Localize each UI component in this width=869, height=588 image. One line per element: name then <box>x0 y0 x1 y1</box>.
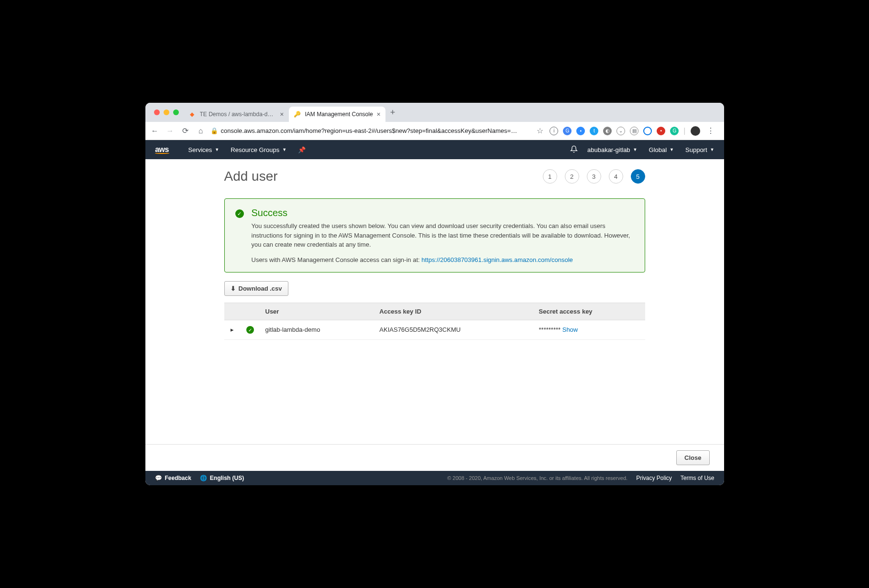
divider: | <box>683 127 685 135</box>
aws-favicon-icon: 🔑 <box>294 110 301 118</box>
account-label: abubakar-gitlab <box>587 146 630 153</box>
bookmark-star-icon[interactable]: ☆ <box>534 126 546 135</box>
forward-button[interactable]: → <box>165 127 176 135</box>
caret-down-icon: ▼ <box>282 147 286 152</box>
globe-icon: 🌐 <box>200 475 207 481</box>
maximize-window-button[interactable] <box>173 109 179 115</box>
language-selector[interactable]: 🌐 English (US) <box>200 475 244 481</box>
caret-down-icon: ▼ <box>215 147 219 152</box>
expand-col-header <box>224 303 241 320</box>
close-button[interactable]: Close <box>676 450 709 465</box>
step-3[interactable]: 3 <box>587 169 601 184</box>
browser-tab-gitlab[interactable]: ◆ TE Demos / aws-lambda-demo × <box>184 107 289 122</box>
minimize-window-button[interactable] <box>164 109 169 115</box>
step-5: 5 <box>631 169 645 184</box>
download-csv-button[interactable]: ⬇ Download .csv <box>224 281 288 296</box>
url-text: console.aws.amazon.com/iam/home?region=u… <box>221 127 517 134</box>
feedback-label: Feedback <box>165 475 191 481</box>
lock-icon: 🔒 <box>210 127 218 134</box>
page-header: Add user 1 2 3 4 5 <box>224 169 645 184</box>
caret-down-icon: ▼ <box>633 147 638 152</box>
step-4[interactable]: 4 <box>609 169 623 184</box>
profile-avatar[interactable] <box>691 126 700 136</box>
pocket-ext-icon[interactable]: ⌄ <box>616 127 625 135</box>
url-field[interactable]: 🔒 console.aws.amazon.com/iam/home?region… <box>210 127 531 134</box>
reader-ext-icon[interactable]: ▤ <box>630 127 638 135</box>
caret-down-icon: ▼ <box>710 147 715 152</box>
main-content: Add user 1 2 3 4 5 ✓ Success You success… <box>145 159 724 444</box>
back-button[interactable]: ← <box>149 127 161 135</box>
aws-logo[interactable]: aws <box>155 146 169 154</box>
new-tab-button[interactable]: + <box>385 108 400 118</box>
region-label: Global <box>649 146 667 153</box>
language-label: English (US) <box>210 475 244 481</box>
success-check-icon: ✓ <box>235 209 244 218</box>
feedback-link[interactable]: 💬 Feedback <box>155 475 191 481</box>
region-menu[interactable]: Global ▼ <box>649 146 674 153</box>
zoom-ext-icon[interactable]: ▪ <box>576 127 585 135</box>
twitter-ext-icon[interactable]: t <box>590 127 598 135</box>
copyright-text: © 2008 - 2020, Amazon Web Services, Inc.… <box>447 475 627 481</box>
access-key-cell: AKIAS76G5D5M2RQ3CKMU <box>374 320 533 340</box>
success-status-icon: ✓ <box>246 326 254 334</box>
close-tab-icon[interactable]: × <box>377 111 381 118</box>
status-cell: ✓ <box>241 320 260 340</box>
page-title: Add user <box>224 169 278 184</box>
secret-cell: ********* Show <box>533 320 645 340</box>
account-menu[interactable]: abubakar-gitlab ▼ <box>587 146 638 153</box>
aws-footer: 💬 Feedback 🌐 English (US) © 2008 - 2020,… <box>145 471 724 485</box>
tab-title: IAM Management Console <box>305 111 373 118</box>
user-col-header: User <box>260 303 374 320</box>
grammarly-ext-icon[interactable]: G <box>670 127 679 135</box>
close-window-button[interactable] <box>154 109 160 115</box>
table-row: ▸ ✓ gitlab-lambda-demo AKIAS76G5D5M2RQ3C… <box>224 320 645 340</box>
resource-groups-menu[interactable]: Resource Groups ▼ <box>231 146 286 153</box>
show-secret-link[interactable]: Show <box>562 326 578 333</box>
download-label: Download .csv <box>239 285 282 292</box>
aws-smile-icon <box>155 152 169 154</box>
expand-row-button[interactable]: ▸ <box>224 320 241 340</box>
terms-of-use-link[interactable]: Terms of Use <box>681 475 715 481</box>
wizard-steps: 1 2 3 4 5 <box>543 169 645 184</box>
status-col-header <box>241 303 260 320</box>
caret-down-icon: ▼ <box>670 147 674 152</box>
signin-text: Users with AWS Management Console access… <box>252 256 422 263</box>
notifications-icon[interactable] <box>570 145 578 154</box>
translate-ext-icon[interactable]: G <box>563 127 572 135</box>
download-icon: ⬇ <box>231 285 236 292</box>
privacy-policy-link[interactable]: Privacy Policy <box>636 475 672 481</box>
close-tab-icon[interactable]: × <box>280 111 284 118</box>
users-table: User Access key ID Secret access key ▸ ✓… <box>224 303 645 340</box>
pin-icon[interactable]: 📌 <box>298 146 306 153</box>
reload-button[interactable]: ⟳ <box>180 126 191 135</box>
resource-groups-label: Resource Groups <box>231 146 279 153</box>
speech-bubble-icon: 💬 <box>155 475 162 481</box>
browser-window: ◆ TE Demos / aws-lambda-demo × 🔑 IAM Man… <box>145 103 724 485</box>
services-label: Services <box>188 146 212 153</box>
tab-title: TE Demos / aws-lambda-demo <box>200 111 276 118</box>
support-label: Support <box>685 146 707 153</box>
browser-menu-icon[interactable]: ⋮ <box>705 126 716 135</box>
tab-bar: ◆ TE Demos / aws-lambda-demo × 🔑 IAM Man… <box>145 103 724 122</box>
ext-icon-red[interactable]: • <box>657 127 665 135</box>
extension-icons: i G ▪ t ◐ ⌄ ▤ • G | ⋮ <box>550 126 720 136</box>
ext-icon-blue-ring[interactable] <box>643 127 652 135</box>
success-message: You successfully created the users shown… <box>252 221 634 250</box>
user-cell: gitlab-lambda-demo <box>260 320 374 340</box>
action-bar: Close <box>145 444 724 471</box>
browser-tab-iam[interactable]: 🔑 IAM Management Console × <box>289 107 385 122</box>
address-bar: ← → ⟳ ⌂ 🔒 console.aws.amazon.com/iam/hom… <box>145 122 724 140</box>
home-button[interactable]: ⌂ <box>195 127 207 135</box>
support-menu[interactable]: Support ▼ <box>685 146 714 153</box>
step-1[interactable]: 1 <box>543 169 557 184</box>
aws-nav-bar: aws Services ▼ Resource Groups ▼ 📌 abuba… <box>145 140 724 159</box>
access-key-col-header: Access key ID <box>374 303 533 320</box>
step-2[interactable]: 2 <box>565 169 579 184</box>
ext-icon-grey[interactable]: ◐ <box>603 127 612 135</box>
secret-masked: ********* <box>539 326 561 333</box>
site-info-icon[interactable]: i <box>550 127 558 135</box>
signin-url-link[interactable]: https://206038703961.signin.aws.amazon.c… <box>421 256 573 263</box>
services-menu[interactable]: Services ▼ <box>188 146 220 153</box>
success-title: Success <box>252 207 634 218</box>
gitlab-favicon-icon: ◆ <box>188 110 196 118</box>
